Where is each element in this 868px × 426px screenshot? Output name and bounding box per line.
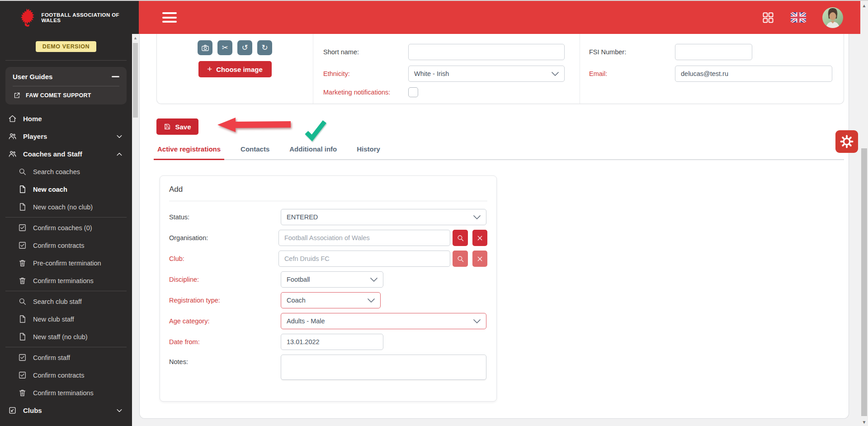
discipline-select[interactable]: Football: [281, 271, 383, 288]
sidebar-item-players[interactable]: Players: [0, 128, 132, 145]
ethnicity-select[interactable]: White - Irish: [408, 66, 565, 82]
sidebar-item-confirm-terminations-coaches[interactable]: Confirm terminations: [0, 272, 132, 289]
sidebar-item-search-club-staff[interactable]: Search club staff: [0, 293, 132, 310]
chevron-up-icon: [116, 151, 123, 158]
scroll-up-arrow[interactable]: ▲: [860, 1, 868, 8]
sidebar-item-new-coach[interactable]: New coach: [0, 180, 132, 198]
faw-comet-support-link[interactable]: FAW COMET SUPPORT: [13, 92, 119, 99]
scroll-down-arrow[interactable]: ▼: [860, 420, 868, 425]
check-square-icon: [18, 241, 27, 250]
sidebar-item-confirm-contracts-coaches[interactable]: Confirm contracts: [0, 237, 132, 254]
add-registration-panel: Add Status: ENTERED Organisation:: [160, 175, 497, 402]
sidebar-item-clubs[interactable]: Clubs: [0, 402, 132, 419]
club-input[interactable]: [278, 251, 451, 267]
chevron-down-icon: [368, 298, 375, 303]
window-top-border: [0, 0, 868, 1]
file-icon: [18, 315, 27, 323]
top-navbar: [139, 1, 860, 34]
date-from-input[interactable]: [281, 334, 383, 350]
email-input[interactable]: [675, 66, 832, 82]
home-icon: [8, 114, 17, 123]
club-label: Club:: [169, 255, 278, 262]
sidebar-item-new-staff-no-club[interactable]: New staff (no club): [0, 328, 132, 346]
trash-icon: [18, 388, 27, 397]
add-panel-title: Add: [160, 176, 496, 194]
crop-image-button[interactable]: ✂: [217, 40, 232, 55]
organisation-input[interactable]: [278, 230, 451, 246]
registration-type-select[interactable]: Coach: [281, 292, 381, 308]
external-link-icon: [13, 92, 21, 99]
user-avatar[interactable]: [822, 7, 843, 28]
club-search-button[interactable]: [453, 251, 467, 267]
sidebar-item-confirm-coaches[interactable]: Confirm coaches (0): [0, 219, 132, 237]
email-label: Email:: [589, 70, 675, 77]
sidebar-item-new-club-staff[interactable]: New club staff: [0, 310, 132, 328]
apps-grid-icon[interactable]: [762, 11, 774, 24]
divider: [5, 291, 127, 291]
sidebar-item-home[interactable]: Home: [0, 110, 132, 128]
short-name-input[interactable]: [408, 44, 565, 60]
club-clear-button[interactable]: [472, 251, 487, 267]
page-scrollbar-thumb[interactable]: [861, 148, 867, 416]
search-icon: [18, 167, 27, 176]
demo-version-badge: DEMO VERSION: [36, 41, 96, 52]
choose-image-button[interactable]: + Choose image: [198, 61, 272, 77]
hamburger-menu-icon[interactable]: [162, 12, 177, 23]
scroll-up-arrow[interactable]: ▲: [132, 34, 139, 40]
organisation-label: Organisation:: [169, 234, 278, 241]
profile-right-column: FSI Number: Email:: [580, 34, 844, 104]
clubs-icon: [8, 406, 17, 415]
discipline-label: Discipline:: [169, 276, 281, 283]
tab-contacts[interactable]: Contacts: [240, 145, 270, 159]
rotate-left-button[interactable]: ↺: [237, 40, 252, 55]
check-square-icon: [18, 353, 27, 362]
annotation-check-icon: [304, 119, 327, 143]
trash-icon: [18, 276, 27, 285]
age-category-select[interactable]: Adults - Male: [281, 313, 486, 329]
chevron-down-icon: [473, 319, 481, 323]
check-square-icon: [18, 371, 27, 379]
notes-label: Notes:: [169, 355, 281, 365]
users-icon: [8, 132, 17, 141]
organisation-search-button[interactable]: [453, 230, 467, 246]
notes-textarea[interactable]: [281, 355, 486, 380]
person-profile-card: ✂ ↺ ↻ + Choose image Short name: Ethnici…: [156, 34, 844, 104]
divider: [13, 86, 119, 86]
divider: [5, 347, 127, 347]
user-guides-title: User Guides: [13, 73, 112, 80]
registration-type-label: Registration type:: [169, 297, 281, 304]
sidebar-item-new-coach-no-club[interactable]: New coach (no club): [0, 198, 132, 216]
sidebar-scrollbar[interactable]: ▲: [132, 34, 139, 407]
chevron-down-icon: [473, 215, 481, 219]
sidebar-scrollbar-thumb[interactable]: [133, 43, 138, 118]
main-content-panel: ✂ ↺ ↻ + Choose image Short name: Ethnici…: [139, 34, 849, 419]
status-select[interactable]: ENTERED: [281, 209, 486, 225]
sidebar-item-search-coaches[interactable]: Search coaches: [0, 163, 132, 180]
sidebar-item-confirm-staff[interactable]: Confirm staff: [0, 349, 132, 366]
search-icon: [457, 255, 464, 263]
settings-gear-button[interactable]: [835, 130, 858, 153]
language-flag-uk[interactable]: [791, 12, 806, 23]
chevron-down-icon: [552, 72, 559, 76]
marketing-notifications-checkbox[interactable]: [408, 87, 418, 97]
take-photo-button[interactable]: [198, 40, 212, 55]
tab-history[interactable]: History: [356, 145, 381, 159]
sidebar-item-confirm-terminations-staff[interactable]: Confirm terminations: [0, 384, 132, 402]
save-button[interactable]: Save: [156, 118, 198, 135]
app-window: FOOTBALL ASSOCIATION OF WALES: [0, 0, 868, 426]
page-scrollbar[interactable]: ▲ ▼: [860, 1, 868, 426]
tab-additional-info[interactable]: Additional info: [288, 145, 338, 159]
divider: [5, 60, 127, 61]
rotate-right-button[interactable]: ↻: [257, 40, 272, 55]
collapse-minus-icon[interactable]: [112, 76, 119, 77]
organisation-clear-button[interactable]: [472, 230, 487, 246]
ethnicity-label: Ethnicity:: [323, 70, 408, 77]
fsi-number-input[interactable]: [675, 44, 752, 60]
sidebar-item-confirm-contracts-staff[interactable]: Confirm contracts: [0, 366, 132, 384]
topbar-actions: [762, 7, 843, 28]
scissors-icon: ✂: [222, 43, 228, 52]
tab-active-registrations[interactable]: Active registrations: [156, 145, 222, 159]
sidebar-item-coaches-and-staff[interactable]: Coaches and Staff: [0, 145, 132, 163]
sidebar-item-pre-confirm-termination[interactable]: Pre-confirm termination: [0, 254, 132, 272]
divider: [5, 217, 127, 218]
